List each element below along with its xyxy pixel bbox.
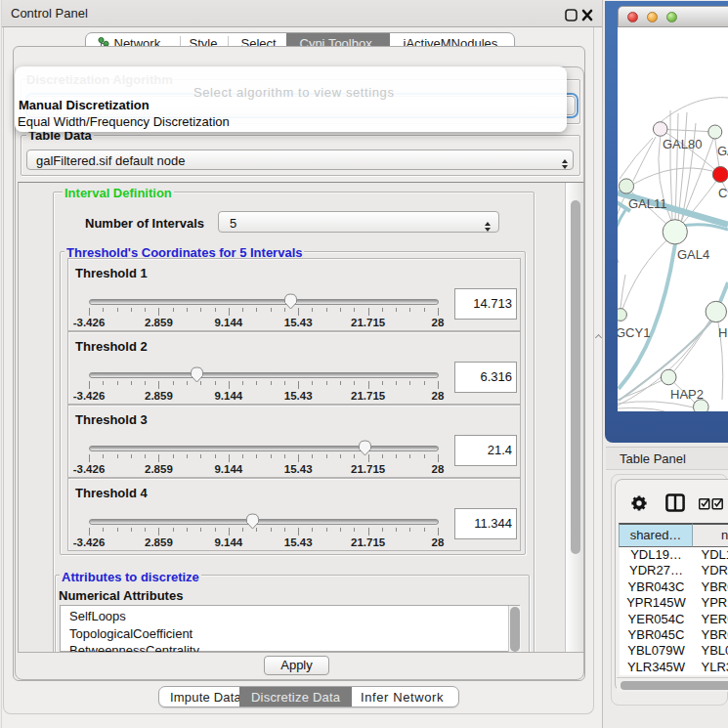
svg-text:GA: GA <box>717 144 728 158</box>
svg-text:GCY1: GCY1 <box>618 325 650 340</box>
svg-text:HI: HI <box>718 325 728 340</box>
svg-text:CY: CY <box>718 186 728 200</box>
svg-text:GAL4: GAL4 <box>677 247 709 262</box>
svg-text:GAL80: GAL80 <box>663 137 702 151</box>
svg-text:GAL11: GAL11 <box>628 196 667 211</box>
svg-text:HAP2: HAP2 <box>670 387 704 402</box>
